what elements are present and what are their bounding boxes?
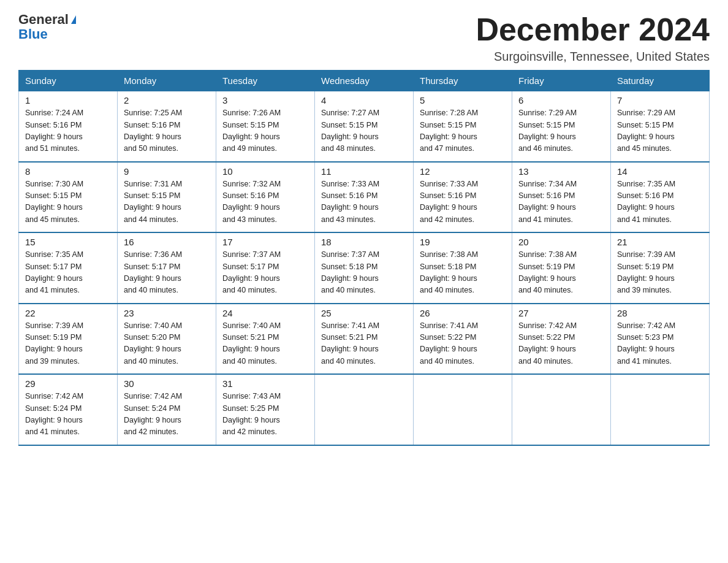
day-number: 19 bbox=[420, 237, 506, 247]
day-info: Sunrise: 7:28 AM Sunset: 5:15 PM Dayligh… bbox=[420, 107, 506, 155]
calendar-week-row: 8 Sunrise: 7:30 AM Sunset: 5:15 PM Dayli… bbox=[19, 162, 710, 233]
day-number: 26 bbox=[420, 308, 506, 318]
day-info: Sunrise: 7:40 AM Sunset: 5:20 PM Dayligh… bbox=[124, 320, 210, 368]
day-info: Sunrise: 7:35 AM Sunset: 5:16 PM Dayligh… bbox=[617, 178, 703, 226]
calendar-cell bbox=[315, 374, 414, 445]
calendar-cell: 6 Sunrise: 7:29 AM Sunset: 5:15 PM Dayli… bbox=[512, 91, 611, 162]
day-info: Sunrise: 7:40 AM Sunset: 5:21 PM Dayligh… bbox=[222, 320, 308, 368]
day-number: 3 bbox=[222, 95, 308, 105]
day-info: Sunrise: 7:42 AM Sunset: 5:24 PM Dayligh… bbox=[124, 391, 210, 439]
calendar-cell bbox=[512, 374, 611, 445]
page-header: General Blue December 2024 Surgoinsville… bbox=[18, 12, 710, 64]
calendar-week-row: 1 Sunrise: 7:24 AM Sunset: 5:16 PM Dayli… bbox=[19, 91, 710, 162]
calendar-cell: 9 Sunrise: 7:31 AM Sunset: 5:15 PM Dayli… bbox=[118, 162, 216, 233]
calendar-cell: 3 Sunrise: 7:26 AM Sunset: 5:15 PM Dayli… bbox=[216, 91, 315, 162]
day-number: 5 bbox=[420, 95, 506, 105]
calendar-cell: 26 Sunrise: 7:41 AM Sunset: 5:22 PM Dayl… bbox=[414, 304, 512, 375]
calendar-cell: 19 Sunrise: 7:38 AM Sunset: 5:18 PM Dayl… bbox=[414, 232, 512, 304]
day-info: Sunrise: 7:25 AM Sunset: 5:16 PM Dayligh… bbox=[124, 107, 210, 155]
calendar-cell: 17 Sunrise: 7:37 AM Sunset: 5:17 PM Dayl… bbox=[216, 232, 315, 304]
logo-general-text: General bbox=[18, 12, 69, 27]
day-info: Sunrise: 7:35 AM Sunset: 5:17 PM Dayligh… bbox=[25, 249, 111, 297]
day-number: 7 bbox=[617, 95, 703, 105]
day-number: 9 bbox=[124, 166, 210, 177]
calendar-table: Sunday Monday Tuesday Wednesday Thursday… bbox=[18, 70, 710, 446]
calendar-cell: 30 Sunrise: 7:42 AM Sunset: 5:24 PM Dayl… bbox=[118, 374, 216, 445]
day-number: 12 bbox=[420, 166, 506, 177]
calendar-cell: 11 Sunrise: 7:33 AM Sunset: 5:16 PM Dayl… bbox=[315, 162, 414, 233]
calendar-cell: 23 Sunrise: 7:40 AM Sunset: 5:20 PM Dayl… bbox=[118, 304, 216, 375]
calendar-body: 1 Sunrise: 7:24 AM Sunset: 5:16 PM Dayli… bbox=[19, 91, 710, 445]
day-number: 1 bbox=[25, 95, 111, 105]
day-info: Sunrise: 7:30 AM Sunset: 5:15 PM Dayligh… bbox=[25, 178, 111, 226]
calendar-cell: 28 Sunrise: 7:42 AM Sunset: 5:23 PM Dayl… bbox=[611, 304, 710, 375]
day-number: 21 bbox=[617, 237, 703, 247]
day-info: Sunrise: 7:37 AM Sunset: 5:17 PM Dayligh… bbox=[222, 249, 308, 297]
calendar-cell: 7 Sunrise: 7:29 AM Sunset: 5:15 PM Dayli… bbox=[611, 91, 710, 162]
day-number: 22 bbox=[25, 308, 111, 318]
day-info: Sunrise: 7:41 AM Sunset: 5:22 PM Dayligh… bbox=[420, 320, 506, 368]
day-info: Sunrise: 7:36 AM Sunset: 5:17 PM Dayligh… bbox=[124, 249, 210, 297]
day-info: Sunrise: 7:33 AM Sunset: 5:16 PM Dayligh… bbox=[420, 178, 506, 226]
day-info: Sunrise: 7:42 AM Sunset: 5:24 PM Dayligh… bbox=[25, 391, 111, 439]
calendar-cell: 1 Sunrise: 7:24 AM Sunset: 5:16 PM Dayli… bbox=[19, 91, 118, 162]
day-number: 29 bbox=[25, 378, 111, 389]
day-number: 17 bbox=[222, 237, 308, 247]
day-info: Sunrise: 7:38 AM Sunset: 5:19 PM Dayligh… bbox=[518, 249, 604, 297]
day-number: 20 bbox=[518, 237, 604, 247]
day-info: Sunrise: 7:32 AM Sunset: 5:16 PM Dayligh… bbox=[222, 178, 308, 226]
day-info: Sunrise: 7:27 AM Sunset: 5:15 PM Dayligh… bbox=[321, 107, 407, 155]
calendar-cell: 22 Sunrise: 7:39 AM Sunset: 5:19 PM Dayl… bbox=[19, 304, 118, 375]
header-sunday: Sunday bbox=[19, 71, 118, 91]
calendar-cell: 4 Sunrise: 7:27 AM Sunset: 5:15 PM Dayli… bbox=[315, 91, 414, 162]
header-monday: Monday bbox=[118, 71, 216, 91]
day-number: 28 bbox=[617, 308, 703, 318]
day-info: Sunrise: 7:29 AM Sunset: 5:15 PM Dayligh… bbox=[617, 107, 703, 155]
calendar-cell: 27 Sunrise: 7:42 AM Sunset: 5:22 PM Dayl… bbox=[512, 304, 611, 375]
day-number: 16 bbox=[124, 237, 210, 247]
header-wednesday: Wednesday bbox=[315, 71, 414, 91]
day-number: 13 bbox=[518, 166, 604, 177]
calendar-cell: 31 Sunrise: 7:43 AM Sunset: 5:25 PM Dayl… bbox=[216, 374, 315, 445]
calendar-cell: 13 Sunrise: 7:34 AM Sunset: 5:16 PM Dayl… bbox=[512, 162, 611, 233]
day-number: 8 bbox=[25, 166, 111, 177]
calendar-cell: 18 Sunrise: 7:37 AM Sunset: 5:18 PM Dayl… bbox=[315, 232, 414, 304]
calendar-cell: 20 Sunrise: 7:38 AM Sunset: 5:19 PM Dayl… bbox=[512, 232, 611, 304]
day-number: 4 bbox=[321, 95, 407, 105]
day-info: Sunrise: 7:33 AM Sunset: 5:16 PM Dayligh… bbox=[321, 178, 407, 226]
header-tuesday: Tuesday bbox=[216, 71, 315, 91]
title-block: December 2024 Surgoinsville, Tennessee, … bbox=[476, 12, 710, 64]
day-number: 2 bbox=[124, 95, 210, 105]
calendar-cell: 14 Sunrise: 7:35 AM Sunset: 5:16 PM Dayl… bbox=[611, 162, 710, 233]
day-number: 11 bbox=[321, 166, 407, 177]
header-saturday: Saturday bbox=[611, 71, 710, 91]
day-info: Sunrise: 7:29 AM Sunset: 5:15 PM Dayligh… bbox=[518, 107, 604, 155]
calendar-week-row: 15 Sunrise: 7:35 AM Sunset: 5:17 PM Dayl… bbox=[19, 232, 710, 304]
calendar-week-row: 22 Sunrise: 7:39 AM Sunset: 5:19 PM Dayl… bbox=[19, 304, 710, 375]
day-number: 30 bbox=[124, 378, 210, 389]
day-info: Sunrise: 7:43 AM Sunset: 5:25 PM Dayligh… bbox=[222, 391, 308, 439]
calendar-cell: 10 Sunrise: 7:32 AM Sunset: 5:16 PM Dayl… bbox=[216, 162, 315, 233]
day-info: Sunrise: 7:38 AM Sunset: 5:18 PM Dayligh… bbox=[420, 249, 506, 297]
day-info: Sunrise: 7:39 AM Sunset: 5:19 PM Dayligh… bbox=[617, 249, 703, 297]
header-thursday: Thursday bbox=[414, 71, 512, 91]
location-title: Surgoinsville, Tennessee, United States bbox=[476, 50, 710, 64]
day-number: 31 bbox=[222, 378, 308, 389]
day-info: Sunrise: 7:34 AM Sunset: 5:16 PM Dayligh… bbox=[518, 178, 604, 226]
calendar-cell: 21 Sunrise: 7:39 AM Sunset: 5:19 PM Dayl… bbox=[611, 232, 710, 304]
calendar-cell bbox=[611, 374, 710, 445]
calendar-cell: 12 Sunrise: 7:33 AM Sunset: 5:16 PM Dayl… bbox=[414, 162, 512, 233]
calendar-header: Sunday Monday Tuesday Wednesday Thursday… bbox=[19, 71, 710, 91]
day-info: Sunrise: 7:42 AM Sunset: 5:22 PM Dayligh… bbox=[518, 320, 604, 368]
calendar-cell bbox=[414, 374, 512, 445]
day-number: 23 bbox=[124, 308, 210, 318]
calendar-week-row: 29 Sunrise: 7:42 AM Sunset: 5:24 PM Dayl… bbox=[19, 374, 710, 445]
header-row: Sunday Monday Tuesday Wednesday Thursday… bbox=[19, 71, 710, 91]
day-number: 10 bbox=[222, 166, 308, 177]
day-number: 25 bbox=[321, 308, 407, 318]
day-number: 18 bbox=[321, 237, 407, 247]
day-info: Sunrise: 7:42 AM Sunset: 5:23 PM Dayligh… bbox=[617, 320, 703, 368]
logo-blue-text: Blue bbox=[18, 27, 76, 42]
logo: General Blue bbox=[18, 12, 76, 42]
day-info: Sunrise: 7:24 AM Sunset: 5:16 PM Dayligh… bbox=[25, 107, 111, 155]
